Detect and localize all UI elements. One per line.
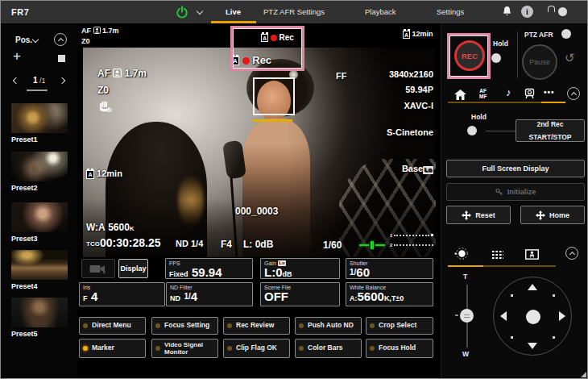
video-osd-gain: L: 0dB [243, 239, 273, 250]
diagonal-dot [553, 336, 555, 339]
rec-dot-icon [242, 57, 250, 65]
fps-tile[interactable]: FPS Fixed 59.94 [165, 258, 253, 279]
assign-button-crop-select[interactable]: Crop Select [366, 317, 433, 335]
pan-right-arrow[interactable] [559, 311, 565, 321]
power-button[interactable] [176, 6, 188, 22]
white-balance-tile[interactable]: White Balance A:5600K,T±0 [346, 282, 433, 306]
joystick-collapse-button[interactable] [565, 247, 578, 260]
audio-level-meter: 1 2 [390, 228, 433, 248]
face-detect-icon [113, 69, 122, 77]
shutter-tile[interactable]: Shutter 1/60 [346, 258, 433, 279]
page-scroll-indicator [27, 90, 48, 91]
notifications-button[interactable] [502, 6, 512, 21]
assign-button-color-bars[interactable]: Color Bars [295, 339, 362, 358]
video-osd-focus: AF 1.7m [97, 68, 147, 79]
power-menu-chevron-icon[interactable] [197, 8, 203, 15]
info-icon[interactable]: i [521, 6, 533, 18]
preset5-thumbnail[interactable] [11, 298, 68, 327]
reset-button[interactable]: Reset [446, 206, 511, 224]
chevron-up-icon [57, 37, 63, 43]
display-button[interactable]: Display [118, 259, 148, 278]
tab-camera[interactable] [524, 88, 536, 102]
tab-subject-tracking[interactable] [525, 248, 539, 263]
pause-button[interactable]: Pause [522, 44, 557, 80]
four-way-arrow-icon [536, 210, 545, 220]
stop-button[interactable] [58, 55, 65, 62]
base-iso-lo-badge: Lo [423, 166, 433, 174]
zoom-slider-knob[interactable] [460, 309, 474, 323]
ptz-camera-icon [524, 88, 536, 99]
iris-tile[interactable]: Iris F 4 [79, 282, 165, 306]
tab-af-mf[interactable]: AFMF [479, 88, 487, 99]
tab-more[interactable]: ••• [544, 88, 555, 97]
preset1-thumbnail[interactable] [11, 103, 68, 133]
pan-up-arrow[interactable] [528, 284, 537, 290]
sidebar-collapse-button[interactable] [54, 33, 67, 46]
assign-button-video-signal-monitor[interactable]: Video Signal Monitor [151, 339, 218, 358]
tab-live[interactable]: Live [226, 7, 241, 16]
trackpad-grid-icon[interactable] [491, 250, 503, 259]
pan-tilt-center-knob[interactable] [526, 310, 540, 324]
preset-group-chevron-icon[interactable] [32, 36, 39, 43]
initialize-button[interactable]: Initialize [446, 183, 585, 201]
preset-sidebar: Pos. + 1 /1 Preset1 Preset2 Preset3 Pres… [1, 23, 77, 379]
tab-audio[interactable]: ♪ [506, 86, 511, 98]
camera-image-off-button[interactable]: ✕ [81, 259, 115, 278]
page-prev-icon[interactable] [13, 77, 19, 84]
tab-settings[interactable]: Settings [437, 7, 464, 16]
tab-playback[interactable]: Playback [365, 7, 396, 16]
second-rec-start-stop-button[interactable]: 2nd Rec START/STOP [516, 119, 585, 142]
assign-lamp [370, 323, 375, 328]
power-icon [176, 6, 188, 19]
add-preset-button[interactable]: + [13, 48, 21, 65]
diagonal-dot [553, 294, 555, 297]
video-osd-framerate: 59.94P [405, 85, 433, 94]
restart-icon[interactable]: ↺ [565, 51, 575, 65]
osd-bar-rec: A Rec [261, 33, 294, 42]
assign-button-marker[interactable]: Marker [79, 339, 146, 358]
scene-file-tile[interactable]: Scene File OFF [260, 282, 340, 306]
pan-tilt-pad[interactable] [493, 277, 572, 356]
home-position-button[interactable]: Home [520, 206, 585, 224]
assign-button-clip-flag-ok[interactable]: Clip Flag OK [223, 339, 290, 358]
gain-tile[interactable]: GainLo L:0dB [260, 258, 340, 279]
rec-button[interactable]: REC [454, 40, 485, 71]
assign-button-focus-hold[interactable]: Focus Hold [366, 339, 433, 358]
live-video-feed[interactable]: AF 1.7m Z0 OFF A Rec [83, 48, 436, 257]
panel-collapse-button[interactable] [567, 87, 580, 100]
preset2-thumbnail[interactable] [11, 152, 68, 181]
preset4-label[interactable]: Preset4 [11, 282, 38, 290]
video-osd-zoom: Z0 [97, 85, 109, 96]
person-in-frame-icon [525, 249, 539, 260]
preset2-label[interactable]: Preset2 [11, 184, 38, 192]
active-tab-underline [541, 102, 565, 103]
full-screen-display-button[interactable]: Full Screen Display [446, 160, 585, 177]
assign-button-push-auto-nd[interactable]: Push Auto ND [295, 317, 362, 335]
osd-bar-focus: AF 1.7m [81, 27, 119, 35]
video-osd-remain: A 12min [86, 169, 122, 179]
pan-left-arrow[interactable] [500, 311, 507, 321]
preset1-label[interactable]: Preset1 [11, 135, 38, 144]
tab-joystick[interactable] [454, 247, 468, 264]
resize-handle[interactable] [581, 372, 586, 377]
preset4-thumbnail[interactable] [11, 250, 68, 280]
assign-button-direct-menu[interactable]: Direct Menu [79, 317, 146, 335]
preset3-thumbnail[interactable] [11, 202, 68, 232]
video-osd-scan: FF [336, 71, 346, 81]
preset-group-label[interactable]: Pos. [15, 35, 32, 44]
preset3-label[interactable]: Preset3 [11, 235, 38, 243]
assign-button-rec-review[interactable]: Rec Review [223, 317, 290, 335]
pan-down-arrow[interactable] [528, 343, 537, 349]
preset5-label[interactable]: Preset5 [11, 330, 38, 338]
nd-filter-tile[interactable]: ND Filter ND 1/4 [166, 282, 253, 306]
video-osd-look: S-Cinetone [387, 127, 433, 137]
assign-button-focus-setting[interactable]: Focus Setting [151, 317, 218, 335]
page-next-icon[interactable] [59, 77, 65, 84]
tab-ptz-afr-settings[interactable]: PTZ AFR Settings [263, 7, 325, 16]
page-current: 1 [33, 76, 38, 85]
video-osd-tc-label: TCG [86, 240, 100, 248]
assign-lamp [227, 346, 232, 351]
ptz-control-panel: REC Hold PTZ AFR Pause ↺ AFMF ♪ ••• [441, 23, 588, 379]
rec-hold-toggle-knob [491, 53, 501, 63]
assign-lamp [227, 323, 232, 328]
